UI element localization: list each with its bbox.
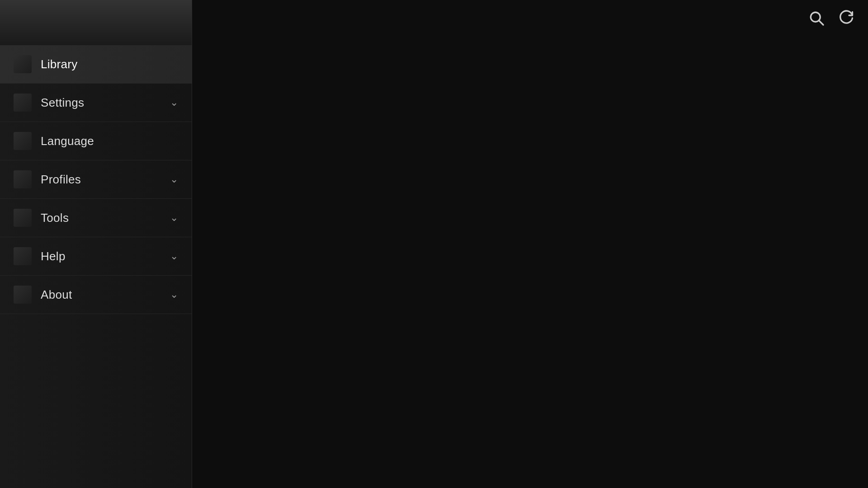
nav-item-left-language: Language [14,132,94,150]
nav-thumb-profiles [14,170,32,188]
main-content [192,0,868,488]
sidebar: Library Settings ⌄ Language Profiles ⌄ [0,0,192,488]
nav-thumb-language [14,132,32,150]
nav-thumb-library [14,55,32,73]
nav-label-help: Help [41,249,66,263]
sidebar-item-settings[interactable]: Settings ⌄ [0,84,192,122]
sidebar-item-help[interactable]: Help ⌄ [0,237,192,276]
nav-item-left-library: Library [14,55,78,73]
sidebar-item-library[interactable]: Library [0,45,192,84]
nav-label-library: Library [41,57,78,71]
sidebar-item-profiles[interactable]: Profiles ⌄ [0,160,192,199]
chevron-down-icon-tools: ⌄ [170,213,178,223]
search-icon [808,10,825,26]
sidebar-item-tools[interactable]: Tools ⌄ [0,199,192,237]
nav-thumb-settings [14,94,32,112]
nav-label-language: Language [41,134,94,148]
nav-label-tools: Tools [41,211,69,225]
sidebar-top-bar [0,0,192,45]
nav-item-left-settings: Settings [14,94,84,112]
chevron-down-icon-profiles: ⌄ [170,174,178,184]
nav-thumb-help [14,247,32,265]
search-button[interactable] [808,10,825,26]
refresh-icon [838,10,854,26]
refresh-button[interactable] [838,10,854,26]
chevron-down-icon-about: ⌄ [170,290,178,300]
nav-label-profiles: Profiles [41,173,81,187]
sidebar-item-about[interactable]: About ⌄ [0,276,192,314]
nav-item-left-help: Help [14,247,66,265]
nav-item-left-tools: Tools [14,209,69,227]
top-bar [795,0,868,36]
nav-item-left-profiles: Profiles [14,170,81,188]
chevron-down-icon-settings: ⌄ [170,98,178,108]
chevron-down-icon-help: ⌄ [170,251,178,261]
nav-thumb-tools [14,209,32,227]
sidebar-item-language[interactable]: Language [0,122,192,160]
svg-line-1 [819,21,823,25]
nav-label-about: About [41,288,72,302]
nav-thumb-about [14,286,32,304]
nav-item-left-about: About [14,286,72,304]
nav-label-settings: Settings [41,96,84,110]
